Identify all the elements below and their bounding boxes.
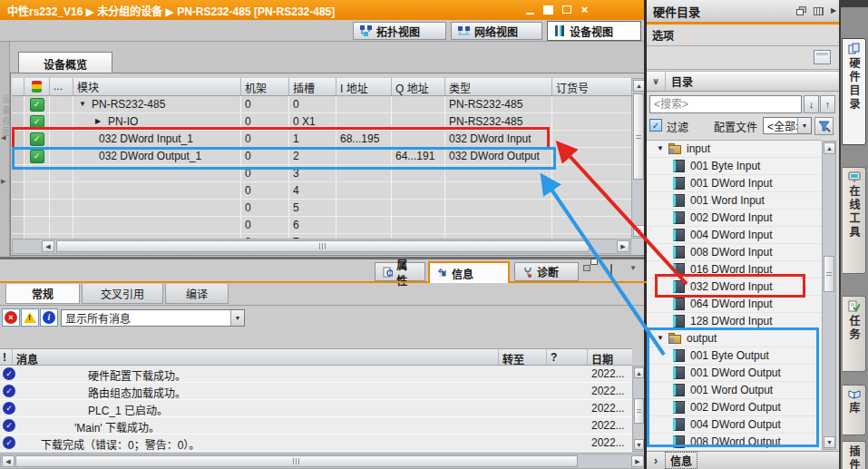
filter-warnings-button[interactable]: ! bbox=[21, 308, 39, 327]
tree-item-module[interactable]: 016 DWord Input bbox=[647, 261, 822, 278]
chevron-down-icon[interactable]: ▼ bbox=[657, 145, 668, 152]
tree-item-module[interactable]: 002 DWord Output bbox=[647, 399, 822, 416]
message-row[interactable]: ✓ 硬件配置下载成功。 2022... bbox=[0, 366, 632, 383]
device-view-button[interactable]: 设备视图 bbox=[547, 21, 641, 41]
chevron-down-icon[interactable]: ∨ bbox=[647, 77, 665, 86]
table-row-032-dword-input[interactable]: ✓ 032 DWord Input_1 0 1 68...195 032 DWo… bbox=[12, 131, 631, 148]
subtab-general[interactable]: 常规 bbox=[5, 284, 80, 304]
iaddr-column-header[interactable]: I 地址 bbox=[336, 78, 392, 95]
scroll-left-icon[interactable]: ◀ bbox=[42, 240, 54, 252]
info-section-header[interactable]: › 信息 bbox=[647, 451, 839, 469]
sidebar-tab-addins[interactable]: 插件 bbox=[842, 441, 866, 469]
module-column-header[interactable]: 模块 bbox=[73, 78, 241, 95]
scroll-down-icon[interactable]: ▼ bbox=[824, 436, 835, 448]
inspector-list-button[interactable] bbox=[610, 265, 612, 278]
chevron-right-icon[interactable]: ▶ bbox=[95, 118, 108, 125]
profile-dropdown[interactable]: <全部> ▼ bbox=[763, 117, 812, 134]
chevron-down-icon[interactable]: ▼ bbox=[657, 335, 668, 342]
search-down-button[interactable]: ↓ bbox=[804, 95, 819, 113]
table-row-empty[interactable]: 0 4 bbox=[12, 182, 631, 200]
message-row[interactable]: ✓ 下载完成（错误：0；警告：0）。 2022... bbox=[0, 435, 632, 452]
slot-column-header[interactable]: 插槽 bbox=[289, 78, 336, 95]
scrollbar-thumb[interactable] bbox=[56, 240, 590, 252]
scroll-up-icon[interactable]: ▲ bbox=[634, 367, 644, 378]
order-column-header[interactable]: 订货号 bbox=[552, 78, 631, 95]
severity-column-header[interactable]: ! bbox=[0, 349, 13, 365]
scroll-down-icon[interactable]: ▼ bbox=[634, 439, 644, 450]
filter-checkbox[interactable]: ✓ bbox=[649, 119, 662, 132]
message-column-header[interactable]: 消息 bbox=[13, 349, 499, 365]
subtab-cross-references[interactable]: 交叉引用 bbox=[82, 284, 163, 304]
scroll-up-icon[interactable]: ▲ bbox=[824, 142, 835, 154]
table-row-empty[interactable]: 0 6 bbox=[12, 217, 631, 234]
filter-errors-button[interactable]: × bbox=[2, 308, 20, 327]
scrollbar-thumb[interactable] bbox=[634, 398, 644, 424]
sid​ebar-tab-online-tools[interactable]: 在线工具 bbox=[842, 167, 866, 274]
table-row-pn-rs232-485[interactable]: ✓ ▼PN-RS232-485 0 0 PN-RS232-485 bbox=[12, 96, 631, 113]
catalog-section-header[interactable]: ∨ 目录 bbox=[647, 71, 839, 92]
table-row-032-dword-output[interactable]: ✓ 032 DWord Output_1 0 2 64...191 032 DW… bbox=[12, 148, 631, 165]
topology-view-button[interactable]: 拓扑视图 bbox=[353, 22, 446, 40]
scroll-right-icon[interactable]: ▶ bbox=[617, 240, 629, 252]
sidebar-tab-libraries[interactable]: 库 bbox=[842, 385, 866, 435]
message-row[interactable]: ✓ 路由组态加载成功。 2022... bbox=[0, 383, 632, 400]
tab-diagnostics[interactable]: 诊断 bbox=[514, 262, 579, 281]
message-row[interactable]: ✓ 'Main' 下载成功。 2022... bbox=[0, 417, 632, 435]
tree-item-032-dword-input[interactable]: 032 DWord Input bbox=[647, 278, 822, 296]
maximize-button[interactable] bbox=[561, 4, 572, 15]
table-horizontal-scrollbar[interactable]: ◀ ▶ bbox=[12, 239, 631, 254]
inspector-collapse-button[interactable]: ▼ bbox=[629, 265, 637, 272]
filter-info-button[interactable]: i bbox=[40, 308, 58, 327]
tree-item-module[interactable]: 001 Word Output bbox=[647, 382, 822, 399]
collapse-panel-icon[interactable]: ▶ bbox=[831, 7, 836, 15]
rack-column-header[interactable]: 机架 bbox=[241, 78, 289, 95]
status-column-header[interactable] bbox=[24, 78, 50, 95]
tree-item-module[interactable]: 002 DWord Input bbox=[647, 210, 822, 227]
message-filter-dropdown[interactable]: 显示所有消息 ▼ bbox=[61, 309, 245, 327]
close-icon[interactable]: × bbox=[579, 4, 590, 15]
pane-mode-button[interactable] bbox=[814, 50, 831, 64]
restore-button[interactable] bbox=[542, 4, 554, 15]
dropdown-arrow-icon[interactable]: ▼ bbox=[797, 118, 811, 133]
scroll-left-icon[interactable]: ◀ bbox=[2, 455, 15, 467]
date-column-header[interactable]: 日期 bbox=[588, 349, 632, 365]
sidebar-tab-hardware-catalog[interactable]: 硬件目录 bbox=[842, 38, 866, 145]
profile-filter-button[interactable] bbox=[814, 117, 834, 135]
tree-item-output-folder[interactable]: ▼ output bbox=[647, 330, 822, 347]
tree-item-module[interactable]: 128 DWord Input bbox=[647, 313, 822, 330]
tree-item-module[interactable]: 008 DWord Output bbox=[647, 434, 822, 451]
tree-item-module[interactable]: 064 DWord Input bbox=[647, 296, 822, 313]
search-input[interactable] bbox=[649, 95, 802, 113]
expand-icon[interactable]: › bbox=[647, 455, 665, 466]
dots-column-header[interactable]: ... bbox=[50, 78, 73, 95]
message-horizontal-scrollbar[interactable]: ◀ ▶ bbox=[0, 454, 646, 469]
tree-item-input-folder[interactable]: ▼ input bbox=[647, 141, 822, 158]
type-column-header[interactable]: 类型 bbox=[445, 78, 552, 95]
tree-item-module[interactable]: 004 DWord Input bbox=[647, 227, 822, 244]
tree-vertical-scrollbar[interactable]: ▲ ▼ bbox=[822, 141, 836, 450]
search-up-button[interactable]: ↑ bbox=[820, 95, 835, 113]
splitter-expand-icon[interactable]: ▶ bbox=[1, 178, 5, 184]
minimize-button[interactable] bbox=[524, 4, 536, 15]
columns-icon[interactable] bbox=[814, 7, 824, 15]
sidebar-tab-tasks[interactable]: 任务 bbox=[842, 296, 866, 372]
table-row-pn-io[interactable]: ✓ ▶PN-IO 0 0 X1 PN-RS232-485 bbox=[12, 113, 631, 131]
message-row[interactable]: ✓ PLC_1 已启动。 2022... bbox=[0, 400, 632, 417]
subtab-compile[interactable]: 编译 bbox=[165, 284, 229, 304]
options-section-header[interactable]: 选项 bbox=[647, 24, 839, 46]
tree-item-module[interactable]: 001 DWord Input bbox=[647, 175, 822, 192]
float-window-icon[interactable] bbox=[796, 6, 806, 15]
tab-info[interactable]: i 信息 bbox=[428, 261, 510, 283]
tab-device-overview[interactable]: 设备概览 bbox=[18, 52, 112, 74]
chevron-down-icon[interactable]: ▼ bbox=[79, 101, 92, 108]
dropdown-arrow-icon[interactable]: ▼ bbox=[230, 310, 244, 326]
scrollbar-thumb[interactable] bbox=[633, 93, 644, 180]
tree-item-module[interactable]: 004 DWord Output bbox=[647, 416, 822, 434]
scroll-right-icon[interactable]: ▶ bbox=[631, 455, 644, 467]
qaddr-column-header[interactable]: Q 地址 bbox=[392, 78, 445, 95]
help-column-header[interactable]: ? bbox=[547, 349, 588, 365]
tab-properties[interactable]: 属性 bbox=[375, 262, 425, 281]
table-row-empty[interactable]: 0 3 bbox=[12, 165, 631, 182]
network-view-button[interactable]: 网络视图 bbox=[451, 22, 542, 40]
table-row-empty[interactable]: 0 5 bbox=[12, 200, 631, 217]
